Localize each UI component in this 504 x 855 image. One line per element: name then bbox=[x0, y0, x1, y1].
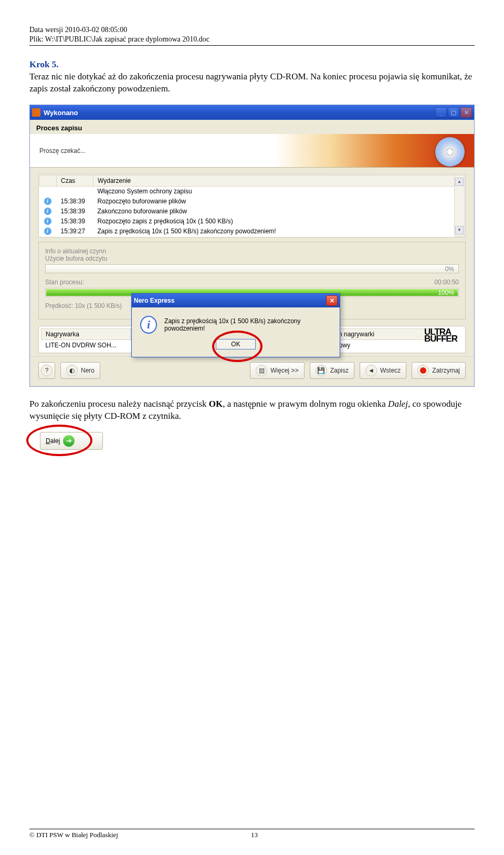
buffer-label: Użycie bufora odczytu bbox=[45, 255, 459, 262]
header-line2: Plik: W:\IT\PUBLIC\Jak zapisać prace dyp… bbox=[29, 35, 475, 44]
help-button[interactable]: ? bbox=[38, 362, 55, 379]
disc-icon bbox=[435, 137, 465, 167]
save-icon: 💾 bbox=[316, 365, 327, 376]
step-title: Krok 5. bbox=[29, 59, 475, 70]
col-recorder: Nagrywarka bbox=[41, 328, 131, 339]
header-rule bbox=[29, 45, 475, 46]
messagebox: Nero Express ✕ i Zapis z prędkością 10x … bbox=[131, 293, 340, 357]
forward-arrow-icon: ➔ bbox=[63, 435, 75, 447]
more-button[interactable]: ▤Więcej >> bbox=[250, 362, 304, 379]
doc-header: Data wersji 2010-03-02 08:05:00 Plik: W:… bbox=[29, 25, 475, 44]
messagebox-close-button[interactable]: ✕ bbox=[326, 295, 338, 306]
back-button[interactable]: ◄Wstecz bbox=[360, 362, 406, 379]
process-heading: Proces zapisu bbox=[30, 120, 474, 134]
table-row: Włączono System ochrony zapisu bbox=[40, 187, 465, 197]
info-icon: i bbox=[44, 208, 51, 215]
step-body: Teraz nic nie dotykać aż do zakończenia … bbox=[29, 71, 475, 95]
close-button[interactable]: ✕ bbox=[460, 107, 472, 118]
table-row: i15:38:39Rozpoczęto zapis z prędkością 1… bbox=[40, 216, 465, 226]
titlebar: Wykonano _ ▢ ✕ bbox=[30, 105, 474, 120]
back-icon: ◄ bbox=[365, 365, 377, 376]
more-icon: ▤ bbox=[256, 365, 267, 376]
app-icon bbox=[32, 108, 40, 117]
elapsed-time: 00:00:50 bbox=[434, 279, 459, 286]
table-row: i15:38:39Zakończono buforowanie plików bbox=[40, 206, 465, 216]
info-icon: i bbox=[44, 228, 51, 235]
table-row: i15:38:39Rozpoczęto buforowanie plików bbox=[40, 196, 465, 206]
process-pct: 100% bbox=[438, 289, 454, 296]
ultrabuffer-logo: ULTRA BUFFER bbox=[424, 328, 461, 346]
banner: Proszę czekać... bbox=[30, 134, 474, 168]
save-button[interactable]: 💾Zapisz bbox=[310, 362, 354, 379]
col-state: Stan nagrywarki bbox=[325, 328, 438, 339]
page-footer: © DTI PSW w Białej Podlaskiej 13 bbox=[29, 829, 475, 839]
info-icon: i bbox=[44, 218, 51, 225]
banner-text: Proszę czekać... bbox=[39, 147, 86, 154]
maximize-button[interactable]: ▢ bbox=[448, 107, 459, 118]
stop-button[interactable]: Zatrzymaj bbox=[412, 362, 466, 379]
info-large-icon: i bbox=[140, 316, 157, 334]
messagebox-title: Nero Express ✕ bbox=[132, 294, 340, 307]
events-panel: Czas Wydarzenie ▲ ▼ Włączono System ochr… bbox=[38, 174, 466, 238]
col-time: Czas bbox=[57, 176, 93, 187]
bottom-toolbar: ? ◐Nero ▤Więcej >> 💾Zapisz ◄Wstecz Zatrz… bbox=[30, 356, 474, 386]
scroll-up-button[interactable]: ▲ bbox=[455, 178, 464, 186]
footer-left: © DTI PSW w Białej Podlaskiej bbox=[29, 831, 118, 839]
ok-button[interactable]: OK bbox=[216, 339, 255, 349]
table-row: i15:39:27Zapis z prędkością 10x (1 500 K… bbox=[40, 226, 465, 236]
next-button[interactable]: Dalej ➔ bbox=[40, 432, 103, 450]
flame-icon: ◐ bbox=[66, 365, 78, 376]
dalej-button-screenshot: Dalej ➔ bbox=[29, 432, 103, 450]
after-paragraph: Po zakończeniu procesu należy nacisnąć p… bbox=[29, 398, 475, 423]
minimize-button[interactable]: _ bbox=[435, 107, 447, 118]
header-line1: Data wersji 2010-03-02 08:05:00 bbox=[29, 25, 475, 35]
buffer-pct: 0% bbox=[445, 265, 454, 273]
status-legend: Info o aktualnej czynn bbox=[45, 248, 106, 255]
messagebox-text: Zapis z prędkością 10x (1 500 KB/s) zako… bbox=[164, 317, 331, 332]
scroll-down-button[interactable]: ▼ bbox=[455, 226, 464, 234]
page-number: 13 bbox=[118, 831, 391, 839]
stop-icon bbox=[417, 365, 429, 376]
nero-button[interactable]: ◐Nero bbox=[60, 362, 100, 379]
buffer-bar: 0% bbox=[45, 264, 459, 273]
events-table: Czas Wydarzenie ▲ ▼ Włączono System ochr… bbox=[39, 175, 465, 236]
col-event: Wydarzenie bbox=[93, 176, 455, 187]
process-label: Stan procesu: bbox=[45, 279, 84, 286]
next-button-rest: alej bbox=[50, 437, 60, 445]
window-title: Wykonano bbox=[44, 109, 78, 117]
info-icon: i bbox=[44, 198, 51, 205]
